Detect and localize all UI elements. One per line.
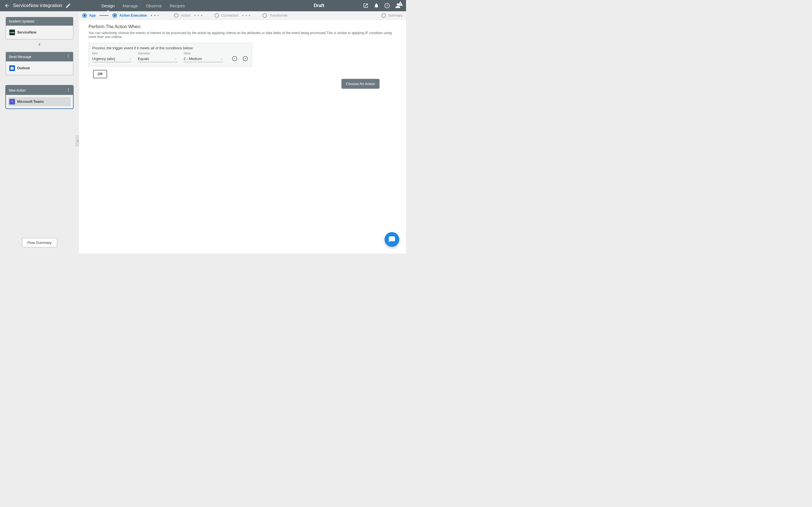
svg-point-6 [68,90,68,90]
card-menu-icon[interactable] [66,54,70,59]
step-app[interactable]: App [82,13,96,18]
back-arrow-icon[interactable] [4,3,10,9]
value-select[interactable]: 2 - Medium [184,55,223,62]
operation-select[interactable]: Equals [138,55,177,62]
card-incident-updated[interactable]: Incident Updated now ServiceNow [6,17,73,40]
flow-summary-button[interactable]: Flow Summary [22,238,57,247]
field-operation: Operation Equals [138,52,177,62]
warning-icon [398,1,403,6]
section-description: You can selectively choose the events of… [89,31,396,39]
svg-point-1 [68,55,68,55]
chevron-down-icon [129,57,132,60]
choose-action-button[interactable]: Choose An Action [342,79,379,89]
integration-title: ServiceNow integration [13,3,62,8]
help-icon[interactable]: ? [384,3,390,9]
app-outlook[interactable]: Outlook [8,64,71,73]
main-content: Perform The Action When: You can selecti… [79,20,406,253]
operation-label: Operation [138,52,177,55]
svg-point-3 [68,57,68,58]
top-nav: Design Manage Observe Recipes [101,1,185,11]
flow-connector-icon [6,42,73,48]
svg-text:?: ? [386,4,388,7]
nav-observe[interactable]: Observe [146,1,162,11]
app-microsoft-teams[interactable]: T Microsoft Teams [8,97,71,106]
edit-icon[interactable] [65,3,71,9]
nav-design[interactable]: Design [101,1,115,11]
chevron-down-icon [174,57,177,60]
servicenow-icon: now [9,30,15,35]
svg-point-2 [68,56,68,57]
card-title: Incident Updated [9,19,35,23]
step-connection[interactable]: Connection [214,13,239,18]
condition-box: Process the trigger event if it meets al… [89,43,252,66]
add-condition-button[interactable]: + [243,56,248,61]
top-bar: ServiceNow integration Design Manage Obs… [0,0,406,11]
card-send-message[interactable]: Send Message Outlook [6,52,73,75]
step-summary[interactable]: Summary [382,13,403,18]
chevron-down-icon [220,57,223,60]
item-select[interactable]: Urgency (abc) [92,55,132,62]
card-menu-icon[interactable] [66,88,70,93]
nav-manage[interactable]: Manage [123,1,138,11]
svg-point-7 [68,91,68,91]
item-label: Item [92,52,132,55]
stepper: App Action Execution Action Connection T… [79,11,406,20]
remove-condition-button[interactable]: − [232,56,237,61]
step-transformer[interactable]: Transformer [262,13,288,18]
user-icon[interactable] [395,3,401,9]
field-item: Item Urgency (abc) [92,52,132,62]
step-action-execution[interactable]: Action Execution [112,13,147,18]
bell-icon[interactable] [373,3,379,9]
teams-icon: T [9,99,15,105]
status-label: Draft [314,3,324,8]
field-value: Value 2 - Medium [184,52,223,62]
outlook-icon [9,65,15,71]
value-label: Value [184,52,223,55]
section-heading: Perform The Action When: [89,24,396,29]
app-servicenow[interactable]: now ServiceNow [8,28,71,37]
condition-title: Process the trigger event if it meets al… [92,46,248,50]
chat-widget-button[interactable] [385,232,399,247]
card-new-action[interactable]: New Action T Microsoft Teams [6,86,73,109]
step-action[interactable]: Action [174,13,190,18]
card-title: Send Message [9,55,31,59]
svg-point-5 [68,89,68,89]
sidebar: Incident Updated now ServiceNow Send Mes… [0,11,79,253]
open-external-icon[interactable] [363,3,369,9]
chat-icon [388,236,396,243]
or-button[interactable]: OR [93,70,107,78]
card-title: New Action [9,89,26,93]
nav-recipes[interactable]: Recipes [170,1,185,11]
